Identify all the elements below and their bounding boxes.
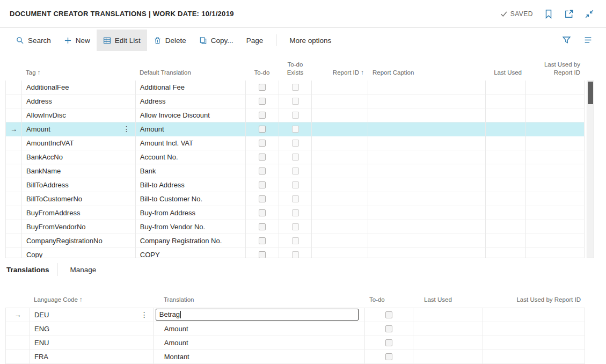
cell-report-caption[interactable] [368,220,486,234]
cell-tag[interactable]: BillToAddress [22,178,136,192]
table-row[interactable]: BankAccNoAccount No. [5,150,585,164]
cell-report-id[interactable] [312,234,368,248]
translation-row[interactable]: ENGAmount [5,322,585,336]
cell-last-used-by-report-id[interactable] [526,220,585,234]
cell-default-translation[interactable]: COPY [136,248,246,258]
cell-report-id[interactable] [312,150,368,164]
more-options-button[interactable]: More options [283,30,338,51]
cell-default-translation[interactable]: Amount [136,122,246,136]
cell-last-used[interactable] [486,136,526,150]
cell-report-id[interactable] [312,81,368,94]
cell-default-translation[interactable]: Additional Fee [136,81,246,94]
new-button[interactable]: New [57,30,97,51]
cell-report-caption[interactable] [368,248,486,258]
cell-translation[interactable]: Montant [154,350,366,364]
cell-last-used[interactable] [413,322,483,336]
cell-report-id[interactable] [312,136,368,150]
cell-tag[interactable]: CompanyRegistrationNo [22,234,136,248]
cell-tag[interactable]: BankName [22,164,136,178]
cell-last-used-by-report-id[interactable] [526,136,585,150]
cell-tag[interactable]: AmountInclVAT [22,136,136,150]
bookmark-icon[interactable] [544,9,553,19]
column-header-report-id[interactable]: Report ID ↑ [312,52,368,81]
cell-report-id[interactable] [312,178,368,192]
cell-tag[interactable]: BankAccNo [22,150,136,164]
filter-icon[interactable] [562,35,572,45]
todo-checkbox[interactable] [259,126,266,133]
collapse-icon[interactable] [585,9,594,19]
cell-last-used-by-report-id[interactable] [526,81,585,94]
cell-last-used[interactable] [413,308,483,322]
todo-checkbox[interactable] [385,353,392,360]
cell-tag[interactable]: AllowInvDisc [22,108,136,122]
cell-report-id[interactable] [312,206,368,220]
cell-last-used-by-report-id[interactable] [526,178,585,192]
open-in-window-icon[interactable] [564,9,574,19]
todo-checkbox[interactable] [259,168,266,174]
cell-tag[interactable]: BuyFromAddress [22,206,136,220]
cell-default-translation[interactable]: Bill-to Address [136,178,246,192]
cell-last-used-by-report-id[interactable] [483,322,585,336]
cell-last-used-by-report-id[interactable] [483,336,585,350]
todo-checkbox[interactable] [259,154,266,161]
cell-last-used[interactable] [486,150,526,164]
column-header-tag[interactable]: Tag ↑ [21,52,135,81]
todo-checkbox[interactable] [259,195,266,202]
choose-columns-icon[interactable] [583,35,593,45]
column-header-language-code[interactable]: Language Code ↑ [30,281,153,308]
todo-checkbox[interactable] [385,325,392,332]
cell-last-used[interactable] [486,234,526,248]
cell-language-code[interactable]: ENU [30,336,154,350]
cell-last-used-by-report-id[interactable] [526,206,585,220]
cell-default-translation[interactable]: Company Registration No. [136,234,246,248]
column-header-last-used[interactable]: Last Used [413,281,483,308]
table-row[interactable]: AmountInclVATAmount Incl. VAT [5,136,585,150]
column-header-todo-exists[interactable]: To-do Exists [279,52,312,81]
cell-report-id[interactable] [312,192,368,206]
translation-row[interactable]: FRAMontant [5,350,585,364]
cell-tag[interactable]: Amount⋮ [22,122,136,136]
cell-last-used-by-report-id[interactable] [526,234,585,248]
cell-report-caption[interactable] [368,192,486,206]
column-header-todo[interactable]: To-do [365,281,413,308]
scrollbar-thumb[interactable] [588,82,593,104]
cell-default-translation[interactable]: Address [136,94,246,108]
cell-language-code[interactable]: DEU⋮ [30,308,154,322]
cell-last-used[interactable] [486,81,526,94]
cell-last-used[interactable] [486,206,526,220]
column-header-report-caption[interactable]: Report Caption [368,52,486,81]
cell-report-id[interactable] [312,164,368,178]
cell-last-used[interactable] [486,164,526,178]
column-header-last-used-by-report-id[interactable]: Last Used by Report ID [483,281,585,308]
column-header-last-used-by-report-id[interactable]: Last Used by Report ID [526,52,585,81]
cell-language-code[interactable]: ENG [30,322,154,336]
table-row[interactable]: AddressAddress [5,94,585,108]
cell-report-caption[interactable] [368,178,486,192]
table-row[interactable]: BuyFromAddressBuy-from Address [5,206,585,220]
cell-report-id[interactable] [312,94,368,108]
cell-last-used[interactable] [486,192,526,206]
cell-tag[interactable]: AdditionalFee [22,81,136,94]
cell-tag[interactable]: BillToCustomerNo [22,192,136,206]
cell-report-id[interactable] [312,108,368,122]
cell-last-used-by-report-id[interactable] [526,192,585,206]
cell-report-id[interactable] [312,248,368,258]
cell-report-caption[interactable] [368,94,486,108]
delete-button[interactable]: Delete [147,30,193,51]
todo-checkbox[interactable] [259,223,266,230]
todo-checkbox[interactable] [259,237,266,244]
row-menu-button[interactable]: ⋮ [140,308,149,322]
column-header-last-used[interactable]: Last Used [486,52,526,81]
table-row[interactable]: AllowInvDiscAllow Invoice Discount [5,108,585,122]
cell-default-translation[interactable]: Allow Invoice Discount [136,108,246,122]
cell-tag[interactable]: Address [22,94,136,108]
table-row[interactable]: →Amount⋮Amount [5,122,585,136]
cell-last-used-by-report-id[interactable] [526,94,585,108]
manage-menu[interactable]: Manage [57,266,109,274]
table-row[interactable]: BillToAddressBill-to Address [5,178,585,192]
todo-checkbox[interactable] [259,112,266,119]
cell-last-used[interactable] [486,94,526,108]
cell-default-translation[interactable]: Bank [136,164,246,178]
row-menu-button[interactable]: ⋮ [122,122,131,136]
cell-translation[interactable]: Amount [154,322,366,336]
